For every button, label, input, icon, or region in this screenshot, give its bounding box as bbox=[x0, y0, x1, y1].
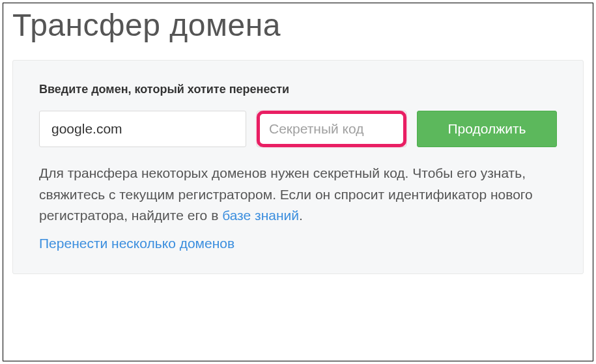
secret-input-wrapper bbox=[257, 111, 406, 147]
help-text-after: . bbox=[299, 208, 303, 223]
secret-code-input[interactable] bbox=[257, 111, 406, 147]
knowledge-base-link[interactable]: базе знаний bbox=[222, 208, 299, 223]
transfer-panel: Введите домен, который хотите перенести … bbox=[12, 60, 584, 274]
domain-input[interactable] bbox=[39, 111, 246, 147]
domain-input-label: Введите домен, который хотите перенести bbox=[39, 83, 557, 96]
continue-button[interactable]: Продолжить bbox=[417, 111, 557, 147]
form-row: Продолжить bbox=[39, 111, 557, 147]
help-text: Для трансфера некоторых доменов нужен се… bbox=[39, 163, 557, 227]
page-title: Трансфер домена bbox=[12, 7, 584, 43]
transfer-multiple-link[interactable]: Перенести несколько доменов bbox=[39, 236, 234, 251]
